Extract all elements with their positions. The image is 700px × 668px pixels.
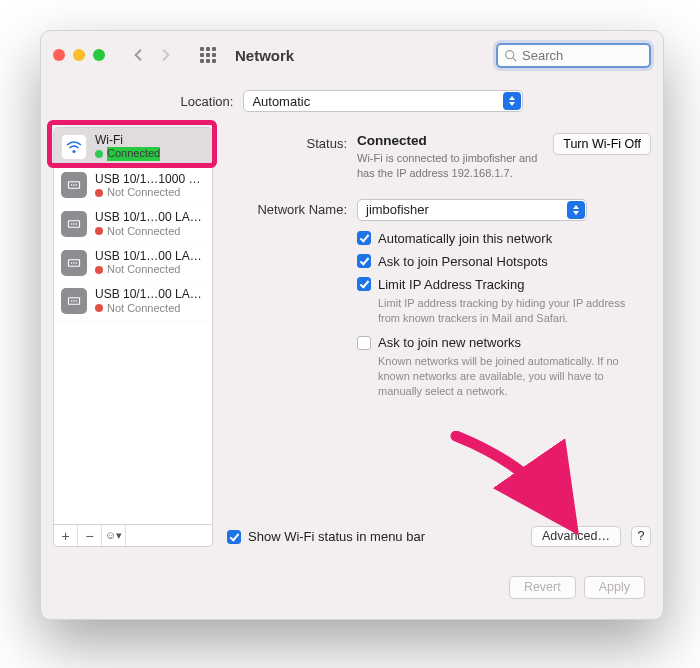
location-select[interactable]: Automatic: [243, 90, 523, 112]
network-name-value: jimbofisher: [366, 202, 429, 217]
sidebar-item-label: USB 10/1…00 LAN 3: [95, 249, 205, 263]
interface-list: Wi-Fi Connected USB 10/1…1000 LAN Not Co…: [53, 127, 213, 525]
search-field[interactable]: [496, 43, 651, 68]
network-name-label: Network Name:: [227, 199, 347, 217]
wifi-icon: [61, 134, 87, 160]
svg-line-1: [513, 57, 516, 60]
chevron-updown-icon: [503, 92, 521, 110]
advanced-button[interactable]: Advanced…: [531, 526, 621, 547]
menubar-checkbox[interactable]: [227, 530, 241, 544]
minimize-icon[interactable]: [73, 49, 85, 61]
detail-panel: Status: Turn Wi-Fi Off Connected Wi-Fi i…: [227, 127, 651, 547]
sidebar-item-eth3[interactable]: USB 10/1…00 LAN 3 Not Connected: [54, 244, 212, 283]
personal-hotspots-label: Ask to join Personal Hotspots: [378, 254, 548, 269]
ask-join-label: Ask to join new networks: [378, 335, 521, 350]
location-label: Location:: [181, 94, 234, 109]
limit-tracking-help: Limit IP address tracking by hiding your…: [378, 296, 628, 326]
svg-point-9: [73, 223, 75, 225]
remove-interface-button[interactable]: −: [78, 525, 102, 546]
svg-point-18: [76, 300, 78, 302]
apply-button[interactable]: Apply: [584, 576, 645, 599]
sidebar: Wi-Fi Connected USB 10/1…1000 LAN Not Co…: [53, 127, 213, 547]
svg-point-5: [73, 185, 75, 187]
content: Wi-Fi Connected USB 10/1…1000 LAN Not Co…: [53, 127, 651, 547]
gear-dropdown-icon: ☺︎▾: [105, 529, 122, 542]
back-button[interactable]: [125, 44, 151, 66]
location-value: Automatic: [252, 94, 310, 109]
chevron-updown-icon: [567, 201, 585, 219]
sidebar-item-label: USB 10/1…1000 LAN: [95, 172, 205, 186]
sidebar-item-wifi[interactable]: Wi-Fi Connected: [54, 128, 212, 167]
auto-join-checkbox[interactable]: [357, 231, 371, 245]
svg-point-2: [72, 150, 75, 153]
window-title: Network: [235, 47, 294, 64]
help-button[interactable]: ?: [631, 526, 651, 547]
svg-point-17: [73, 300, 75, 302]
sidebar-item-label: USB 10/1…00 LAN 4: [95, 287, 205, 301]
ethernet-icon: [61, 172, 87, 198]
titlebar: Network: [41, 31, 663, 79]
sidebar-item-eth2[interactable]: USB 10/1…00 LAN 2 Not Connected: [54, 205, 212, 244]
personal-hotspots-checkbox[interactable]: [357, 254, 371, 268]
search-icon: [504, 49, 517, 62]
status-description: Wi-Fi is connected to jimbofisher and ha…: [357, 151, 587, 181]
sidebar-item-eth4[interactable]: USB 10/1…00 LAN 4 Not Connected: [54, 282, 212, 321]
add-interface-button[interactable]: +: [54, 525, 78, 546]
sidebar-item-eth1[interactable]: USB 10/1…1000 LAN Not Connected: [54, 167, 212, 206]
status-label: Status:: [227, 133, 347, 151]
ask-join-help: Known networks will be joined automatica…: [378, 354, 628, 399]
limit-tracking-label: Limit IP Address Tracking: [378, 277, 524, 292]
auto-join-label: Automatically join this network: [378, 231, 552, 246]
svg-point-6: [76, 185, 78, 187]
actions-menu-button[interactable]: ☺︎▾: [102, 525, 126, 546]
ethernet-icon: [61, 288, 87, 314]
zoom-icon[interactable]: [93, 49, 105, 61]
turn-wifi-off-button[interactable]: Turn Wi-Fi Off: [553, 133, 651, 155]
sidebar-toolbar: + − ☺︎▾: [53, 525, 213, 547]
sidebar-item-label: Wi-Fi: [95, 133, 160, 147]
svg-point-14: [76, 262, 78, 264]
revert-button[interactable]: Revert: [509, 576, 576, 599]
ethernet-icon: [61, 211, 87, 237]
menubar-label: Show Wi-Fi status in menu bar: [248, 529, 425, 544]
svg-point-16: [71, 300, 73, 302]
svg-point-4: [71, 185, 73, 187]
network-name-select[interactable]: jimbofisher: [357, 199, 587, 221]
svg-point-12: [71, 262, 73, 264]
show-all-icon[interactable]: [197, 44, 219, 66]
svg-point-0: [506, 50, 514, 58]
sidebar-item-label: USB 10/1…00 LAN 2: [95, 210, 205, 224]
svg-point-13: [73, 262, 75, 264]
forward-button[interactable]: [153, 44, 179, 66]
limit-tracking-checkbox[interactable]: [357, 277, 371, 291]
ethernet-icon: [61, 250, 87, 276]
system-preferences-window: Network Location: Automatic Wi-Fi: [40, 30, 664, 620]
window-controls: [53, 49, 105, 61]
location-row: Location: Automatic: [41, 79, 663, 123]
svg-point-10: [76, 223, 78, 225]
footer-buttons: Revert Apply: [509, 576, 645, 599]
search-input[interactable]: [522, 48, 643, 63]
svg-point-8: [71, 223, 73, 225]
nav-buttons: [125, 44, 179, 66]
ask-join-checkbox[interactable]: [357, 336, 371, 350]
close-icon[interactable]: [53, 49, 65, 61]
